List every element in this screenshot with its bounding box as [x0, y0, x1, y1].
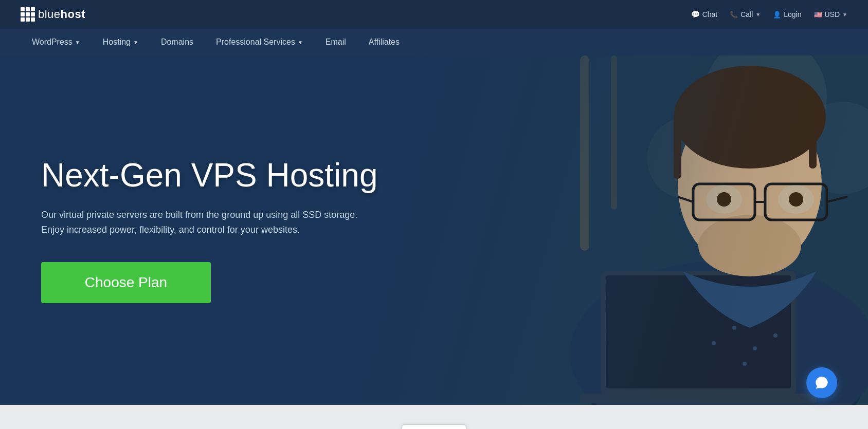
logo-grid-icon — [21, 7, 35, 22]
hero-title: Next-Gen VPS Hosting — [41, 157, 401, 193]
call-caret-icon: ▼ — [755, 12, 761, 17]
hero-content: Next-Gen VPS Hosting Our virtual private… — [0, 55, 868, 405]
hero-section: Next-Gen VPS Hosting Our virtual private… — [0, 55, 868, 405]
login-button[interactable]: Login — [773, 10, 801, 18]
nav-item-domains[interactable]: Domains — [150, 29, 205, 55]
brand-name[interactable]: bluehost — [38, 8, 85, 21]
nav-item-wordpress[interactable]: WordPress ▼ — [21, 29, 92, 55]
nav-item-professional-services[interactable]: Professional Services ▼ — [205, 29, 314, 55]
header-actions: Chat Call ▼ Login USD ▼ — [691, 10, 847, 18]
chat-label: Chat — [702, 10, 718, 18]
chat-button[interactable]: Chat — [691, 10, 718, 18]
footer-area: Screenshot — [0, 405, 868, 429]
call-label: Call — [740, 10, 753, 18]
header: bluehost Chat Call ▼ Login USD ▼ — [0, 0, 868, 29]
professional-services-caret-icon: ▼ — [298, 40, 303, 45]
live-chat-button[interactable] — [806, 367, 837, 398]
hero-subtitle: Our virtual private servers are built fr… — [41, 208, 360, 237]
currency-caret-icon: ▼ — [842, 12, 847, 17]
screenshot-tooltip: Screenshot — [402, 424, 467, 430]
call-button[interactable]: Call ▼ — [730, 10, 761, 18]
chat-bubble-icon — [815, 376, 829, 390]
login-label: Login — [784, 10, 801, 18]
hosting-caret-icon: ▼ — [133, 40, 138, 45]
nav-item-affiliates[interactable]: Affiliates — [357, 29, 411, 55]
currency-label: USD — [825, 10, 840, 18]
user-icon — [773, 10, 781, 18]
nav-item-hosting[interactable]: Hosting ▼ — [92, 29, 150, 55]
chat-icon — [691, 10, 700, 18]
choose-plan-button[interactable]: Choose Plan — [41, 262, 211, 303]
phone-icon — [730, 10, 738, 18]
currency-selector[interactable]: USD ▼ — [814, 10, 847, 18]
wordpress-caret-icon: ▼ — [75, 40, 80, 45]
flag-icon — [814, 10, 822, 18]
logo-area: bluehost — [21, 7, 85, 22]
nav-item-email[interactable]: Email — [314, 29, 357, 55]
main-nav: WordPress ▼ Hosting ▼ Domains Profession… — [0, 29, 868, 55]
